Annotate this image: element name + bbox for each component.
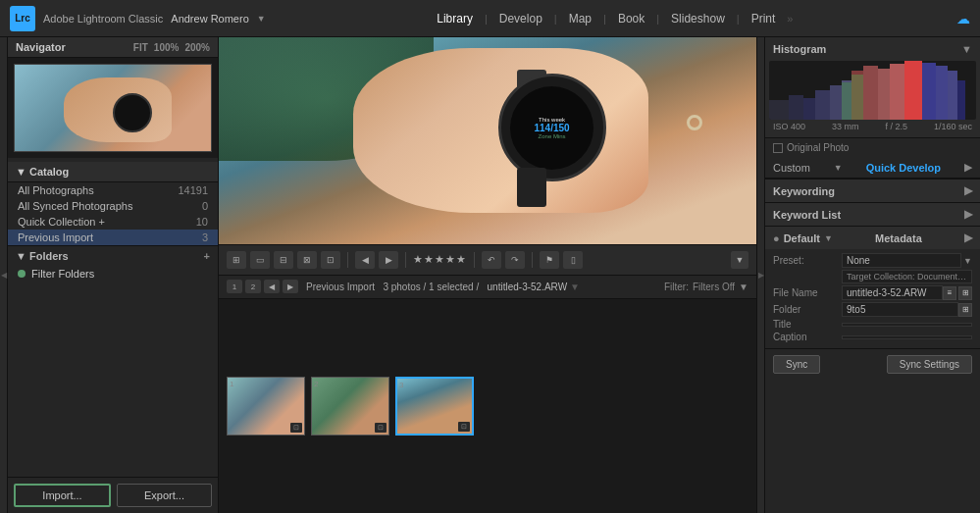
sync-row: Sync Sync Settings — [765, 348, 980, 380]
flag-btn[interactable]: ⚑ — [540, 251, 559, 269]
cloud-icon[interactable]: ☁ — [956, 11, 970, 26]
nav-book[interactable]: Book — [610, 8, 652, 29]
meta-folder-value: 9to5 — [842, 302, 958, 317]
star-rating[interactable]: ★★★★★ — [413, 253, 467, 266]
nav-print[interactable]: Print — [744, 8, 784, 29]
filmstrip-path: Previous Import 3 photos / 1 selected / … — [306, 282, 656, 292]
compare-view-btn[interactable]: ⊟ — [274, 251, 293, 269]
nav-develop[interactable]: Develop — [491, 8, 550, 29]
user-name[interactable]: Andrew Romero — [171, 13, 248, 25]
catalog-previous-import[interactable]: Previous Import 3 — [8, 230, 218, 245]
rotate-right-btn[interactable]: ↷ — [505, 251, 525, 269]
svg-rect-1 — [789, 95, 803, 120]
filter-value[interactable]: Filters Off — [693, 282, 735, 292]
watch-text-line2: Zone Mins — [539, 133, 566, 139]
left-panel: Navigator FIT 100% 200% ▼ Catalog All Ph… — [8, 37, 219, 513]
filmstrip-page-2[interactable]: 2 — [245, 280, 261, 293]
filter-dropdown-icon[interactable]: ▼ — [739, 282, 748, 292]
original-photo-row[interactable]: Original Photo — [765, 138, 980, 157]
hist-focal: 33 mm — [832, 122, 859, 131]
rotate-left-btn[interactable]: ↶ — [482, 251, 501, 269]
next-photo-btn[interactable]: ▶ — [379, 251, 398, 269]
collapse-right-arrow[interactable]: ▶ — [756, 37, 764, 513]
navigator-preview[interactable] — [8, 58, 218, 158]
meta-caption-row: Caption — [773, 332, 972, 342]
sync-button[interactable]: Sync — [773, 355, 820, 374]
sync-settings-button[interactable]: Sync Settings — [887, 355, 972, 374]
meta-caption-label: Caption — [773, 332, 842, 342]
people-view-btn[interactable]: ⊡ — [321, 251, 340, 269]
metadata-status-dropdown[interactable]: ▼ — [824, 233, 833, 243]
user-dropdown-icon[interactable]: ▼ — [257, 14, 266, 24]
meta-preset-dropdown[interactable]: ▼ — [963, 256, 972, 266]
meta-title-row: Title — [773, 319, 972, 330]
ring — [687, 115, 702, 130]
meta-filename-icon-1[interactable]: ≡ — [943, 286, 956, 300]
survey-view-btn[interactable]: ⊠ — [297, 251, 317, 269]
folder-status-dot — [18, 270, 26, 278]
toolbar-sep-4 — [532, 252, 533, 268]
metadata-section-title[interactable]: ● Default ▼ Metadata ▶ — [765, 226, 980, 249]
filter-folders-label: Filter Folders — [31, 268, 94, 280]
loupe-view-btn[interactable]: ▭ — [250, 251, 270, 269]
toolbar-collapse-btn[interactable]: ▼ — [731, 251, 748, 269]
zoom-100[interactable]: 100% — [154, 42, 180, 53]
meta-caption-value[interactable] — [842, 335, 972, 339]
nav-slideshow[interactable]: Slideshow — [663, 8, 733, 29]
histogram-collapse-icon[interactable]: ▼ — [961, 43, 972, 55]
catalog-all-photos[interactable]: All Photographs 14191 — [8, 182, 218, 198]
metadata-status: Default — [784, 232, 820, 244]
hist-aperture: f / 2.5 — [885, 122, 907, 131]
grid-view-btn[interactable]: ⊞ — [227, 251, 246, 269]
watch-screen: This week 114/150 Zone Mins — [510, 86, 593, 170]
nav-library[interactable]: Library — [429, 8, 481, 29]
app-title: Adobe Lightroom Classic — [43, 13, 163, 25]
meta-filename-label: File Name — [773, 287, 842, 298]
meta-folder-row: Folder 9to5 ⊞ — [773, 302, 972, 317]
nav-map[interactable]: Map — [561, 8, 599, 29]
import-button[interactable]: Import... — [14, 484, 111, 507]
svg-rect-13 — [948, 71, 957, 120]
export-button[interactable]: Export... — [117, 484, 212, 507]
filmstrip-thumb-3[interactable]: 3 ⊡ — [395, 377, 474, 436]
hist-iso: ISO 400 — [773, 122, 805, 131]
zoom-fit[interactable]: FIT — [133, 42, 148, 53]
filmstrip-nav-buttons: 1 2 ◀ ▶ — [227, 280, 298, 293]
meta-title-value[interactable] — [842, 323, 972, 327]
collapse-left-arrow[interactable]: ◀ — [0, 37, 8, 513]
meta-preset-value[interactable]: None — [842, 253, 961, 268]
toolbar-sep-3 — [474, 252, 475, 268]
folders-add-icon[interactable]: + — [204, 250, 210, 262]
catalog-synced-photos[interactable]: All Synced Photographs 0 — [8, 198, 218, 214]
quick-develop-collapse[interactable]: ▶ — [964, 161, 972, 174]
catalog-quick-collection[interactable]: Quick Collection + 10 — [8, 214, 218, 230]
meta-title-label: Title — [773, 319, 842, 330]
folders-header[interactable]: ▼ Folders + — [8, 245, 218, 266]
thumb-num-2: 2 — [314, 380, 318, 388]
original-photo-checkbox[interactable] — [773, 143, 783, 153]
filmstrip-thumb-1[interactable]: 1 ⊡ — [227, 377, 305, 436]
meta-folder-icon[interactable]: ⊞ — [958, 303, 972, 317]
zoom-200[interactable]: 200% — [184, 42, 210, 53]
filmstrip-thumb-2[interactable]: 2 ⊡ — [311, 377, 389, 436]
navigator-header: Navigator FIT 100% 200% — [8, 37, 218, 58]
thumb-badge-3: ⊡ — [458, 422, 470, 432]
main-image: This week 114/150 Zone Mins — [219, 37, 756, 244]
quick-develop-title[interactable]: Quick Develop — [866, 162, 941, 174]
keyword-list-section-title[interactable]: Keyword List ▶ — [765, 202, 980, 226]
metadata-label: Metadata — [875, 232, 922, 244]
histogram-title: Histogram — [773, 43, 826, 55]
prev-photo-btn[interactable]: ◀ — [355, 251, 375, 269]
svg-rect-3 — [815, 90, 830, 120]
filmstrip-back-btn[interactable]: ◀ — [264, 280, 280, 293]
keywording-section-title[interactable]: Keywording ▶ — [765, 179, 980, 202]
main-nav: Library | Develop | Map | Book | Slidesh… — [429, 8, 793, 29]
unflag-btn[interactable]: ▯ — [563, 251, 583, 269]
filmstrip-forward-btn[interactable]: ▶ — [283, 280, 298, 293]
filmstrip-page-1[interactable]: 1 — [227, 280, 242, 293]
meta-folder-label: Folder — [773, 304, 842, 315]
folders-filter-item[interactable]: Filter Folders — [8, 266, 218, 282]
custom-dropdown-icon[interactable]: ▼ — [834, 163, 843, 173]
meta-filename-icon-2[interactable]: ⊞ — [958, 286, 972, 300]
histogram-info: ISO 400 33 mm f / 2.5 1/160 sec — [769, 120, 976, 133]
